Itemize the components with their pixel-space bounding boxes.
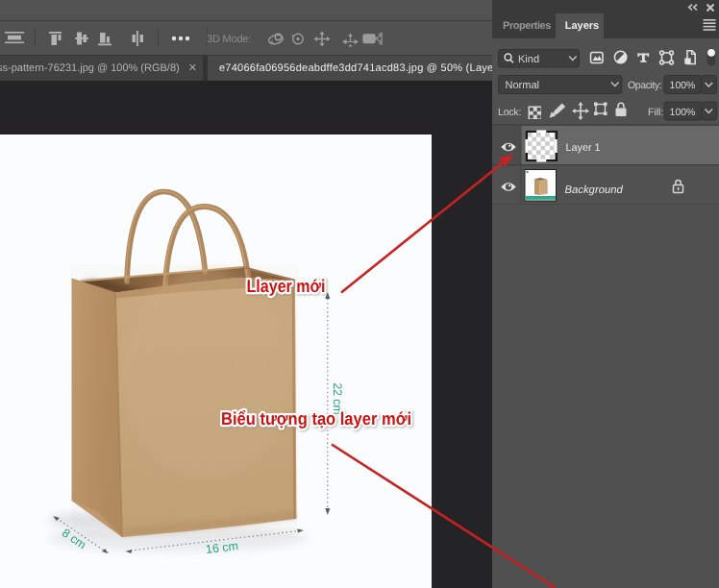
- svg-text:Biểu tượng tạo layer mới: Biểu tượng tạo layer mới: [221, 408, 411, 429]
- svg-text:Background: Background: [565, 184, 624, 196]
- svg-text:Layer 1: Layer 1: [566, 142, 601, 154]
- svg-text:Lock:: Lock:: [498, 107, 521, 118]
- svg-text:3D Mode:: 3D Mode:: [207, 34, 251, 45]
- svg-text:Llayer mới: Llayer mới: [247, 276, 326, 296]
- svg-text:Opacity:: Opacity:: [628, 80, 661, 91]
- svg-text:Fill:: Fill:: [648, 107, 663, 118]
- svg-text:Kind: Kind: [518, 54, 539, 65]
- svg-text:100%: 100%: [670, 107, 696, 118]
- svg-text:100%: 100%: [670, 80, 696, 91]
- svg-text:Normal: Normal: [506, 80, 539, 91]
